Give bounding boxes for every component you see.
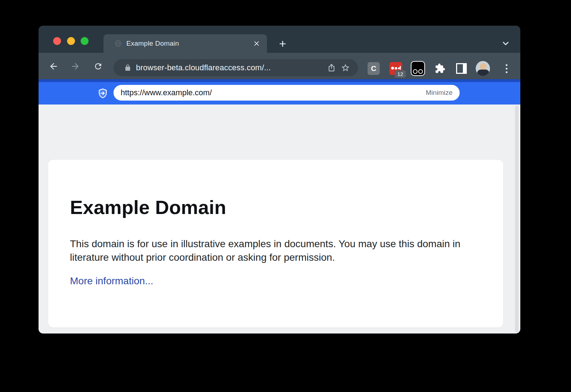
address-bar[interactable]: browser-beta.cloudflareaccess.com/... [113,59,358,76]
shield-icon [97,87,109,100]
profile-avatar[interactable] [476,61,490,76]
bookmark-star-icon[interactable] [341,63,350,72]
globe-favicon-icon [114,40,122,47]
tab-example-domain[interactable]: Example Domain [103,34,267,53]
extension-camera-icon[interactable] [411,61,425,76]
remote-url-bar: Minimize [113,85,460,101]
forward-button[interactable] [70,61,81,72]
tab-search-chevron-down-icon[interactable] [499,37,513,50]
back-button[interactable] [48,61,59,72]
tab-title: Example Domain [126,40,251,47]
extensions-puzzle-icon[interactable] [433,61,447,76]
scrollbar[interactable] [515,106,519,332]
remote-url-input[interactable] [120,88,426,98]
tab-close-icon[interactable] [251,38,262,49]
lock-icon[interactable] [124,64,131,71]
browser-window: Example Domain + [39,26,520,334]
remote-bar-top-border [39,79,520,82]
remote-browser-bar: Minimize [39,79,520,105]
window-minimize-button[interactable] [67,37,75,45]
window-close-button[interactable] [53,37,61,45]
browser-menu-dots-icon[interactable] [499,61,514,76]
tab-strip: Example Domain + [39,26,520,53]
extension-badge: 12 [395,70,406,78]
page-paragraph: This domain is for use in illustrative e… [70,237,480,264]
side-panel-icon[interactable] [454,61,469,76]
window-zoom-button[interactable] [81,37,89,45]
browser-toolbar: browser-beta.cloudflareaccess.com/... C [39,53,520,79]
extension-red-dots-icon[interactable]: 12 [389,61,403,76]
more-information-link[interactable]: More information... [70,275,153,287]
screenshot-stage: Example Domain + [0,0,571,392]
address-bar-url: browser-beta.cloudflareaccess.com/... [136,63,327,72]
page-title: Example Domain [70,196,226,218]
reload-button[interactable] [92,61,104,72]
extension-c-label: C [368,62,380,75]
share-icon[interactable] [327,63,336,72]
minimize-button[interactable]: Minimize [426,89,453,97]
extension-c-icon[interactable]: C [367,61,381,76]
new-tab-button[interactable]: + [276,37,290,50]
